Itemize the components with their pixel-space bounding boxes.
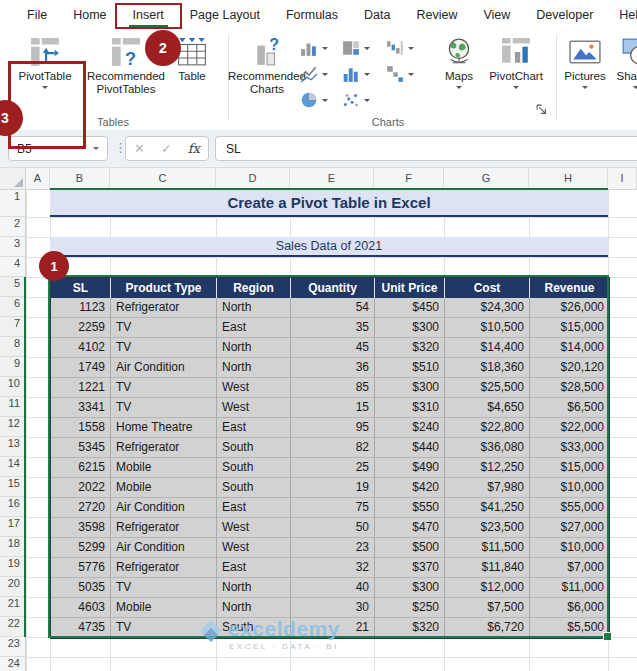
tab-developer[interactable]: Developer bbox=[523, 0, 606, 30]
row-header-16[interactable]: 16 bbox=[0, 497, 25, 517]
cancel-icon[interactable]: ✕ bbox=[134, 141, 145, 156]
row-header-9[interactable]: 9 bbox=[0, 357, 25, 377]
insert-function-button[interactable]: fx bbox=[188, 141, 200, 156]
table-row[interactable]: 5035TVNorth40$300$12,000$11,000 bbox=[51, 578, 609, 598]
column-header-a[interactable]: A bbox=[26, 168, 50, 189]
table-row[interactable]: 1221TVWest85$300$25,500$28,500 bbox=[51, 378, 609, 398]
tab-view[interactable]: View bbox=[470, 0, 523, 30]
cell: $12,000 bbox=[445, 578, 530, 598]
watermark-tagline: EXCEL · DATA · BI bbox=[228, 642, 340, 651]
pivotchart-button[interactable]: PivotChart bbox=[484, 32, 548, 89]
cell: Refrigerator bbox=[111, 438, 217, 458]
row-header-12[interactable]: 12 bbox=[0, 417, 25, 437]
tab-formulas[interactable]: Formulas bbox=[273, 0, 351, 30]
maps-button[interactable]: Maps bbox=[436, 32, 482, 89]
cell: $320 bbox=[375, 618, 445, 638]
row-header-22[interactable]: 22 bbox=[0, 617, 25, 637]
table-row[interactable]: 2720Air ConditionEast75$550$41,250$55,00… bbox=[51, 498, 609, 518]
name-box[interactable]: B5 bbox=[8, 136, 108, 161]
row-header-14[interactable]: 14 bbox=[0, 457, 25, 477]
recommended-charts-button[interactable]: ? Recommended Charts bbox=[234, 32, 300, 96]
row-header-18[interactable]: 18 bbox=[0, 537, 25, 557]
row-header-1[interactable]: 1 bbox=[0, 190, 25, 217]
column-header-e[interactable]: E bbox=[290, 168, 374, 189]
row-header-5[interactable]: 5 bbox=[0, 277, 25, 297]
table-row[interactable]: 5345RefrigeratorSouth82$440$36,080$33,00… bbox=[51, 438, 609, 458]
pictures-button[interactable]: Pictures bbox=[560, 32, 610, 89]
table-row[interactable]: 5299Air ConditionWest23$500$11,500$10,00… bbox=[51, 538, 609, 558]
row-header-8[interactable]: 8 bbox=[0, 337, 25, 357]
column-header-g[interactable]: G bbox=[444, 168, 529, 189]
column-header-b[interactable]: B bbox=[50, 168, 110, 189]
formula-input[interactable]: SL bbox=[215, 136, 637, 161]
column-header-d[interactable]: D bbox=[216, 168, 290, 189]
table-row[interactable]: 3598RefrigeratorWest50$470$23,500$27,000 bbox=[51, 518, 609, 538]
cell: 1221 bbox=[51, 378, 111, 398]
table-row[interactable]: 4102TVNorth45$320$14,400$14,000 bbox=[51, 338, 609, 358]
excel-window: FileHomeInsertPage LayoutFormulasDataRev… bbox=[0, 0, 637, 671]
column-header-row: ABCDEFGHI bbox=[0, 168, 637, 190]
cell: $14,000 bbox=[530, 338, 609, 358]
charts-dialog-launcher[interactable] bbox=[534, 102, 548, 116]
table-row[interactable]: 3341TVWest15$310$4,650$6,500 bbox=[51, 398, 609, 418]
tab-help[interactable]: Help bbox=[606, 0, 637, 30]
cell: $25,500 bbox=[445, 378, 530, 398]
insert-line-chart-button[interactable] bbox=[300, 63, 328, 85]
sheet-grid[interactable]: 123456789101112131415161718192021222324 … bbox=[0, 190, 637, 671]
select-all-corner[interactable] bbox=[0, 168, 26, 189]
cell: $7,980 bbox=[445, 478, 530, 498]
enter-icon[interactable]: ✓ bbox=[161, 141, 172, 156]
tab-data[interactable]: Data bbox=[351, 0, 403, 30]
shapes-button[interactable]: Shapes bbox=[612, 32, 637, 89]
sales-data-table[interactable]: SLProduct TypeRegionQuantityUnit PriceCo… bbox=[50, 277, 610, 639]
insert-column-chart-button[interactable] bbox=[300, 37, 328, 59]
table-row[interactable]: 2022MobileSouth19$420$7,980$10,000 bbox=[51, 478, 609, 498]
row-header-2[interactable]: 2 bbox=[0, 217, 25, 237]
pivottable-button[interactable]: PivotTable bbox=[12, 32, 78, 89]
cell: $11,840 bbox=[445, 558, 530, 578]
row-header-17[interactable]: 17 bbox=[0, 517, 25, 537]
row-header-11[interactable]: 11 bbox=[0, 397, 25, 417]
column-header-h[interactable]: H bbox=[529, 168, 608, 189]
insert-combo-chart-button[interactable] bbox=[386, 63, 414, 85]
cell: $300 bbox=[375, 578, 445, 598]
row-header-24[interactable]: 24 bbox=[0, 657, 25, 671]
row-header-7[interactable]: 7 bbox=[0, 317, 25, 337]
table-row[interactable]: 6215MobileSouth25$490$12,250$15,000 bbox=[51, 458, 609, 478]
tab-home[interactable]: Home bbox=[60, 0, 119, 30]
tab-insert[interactable]: Insert bbox=[120, 0, 177, 30]
row-header-6[interactable]: 6 bbox=[0, 297, 25, 317]
chevron-down-icon bbox=[456, 86, 462, 89]
row-header-4[interactable]: 4 bbox=[0, 257, 25, 277]
cell: $250 bbox=[375, 598, 445, 618]
cell: North bbox=[217, 338, 291, 358]
cell: 1558 bbox=[51, 418, 111, 438]
row-header-13[interactable]: 13 bbox=[0, 437, 25, 457]
table-row[interactable]: 1123RefrigeratorNorth54$450$24,300$26,00… bbox=[51, 298, 609, 318]
cell: 32 bbox=[291, 558, 375, 578]
tab-file[interactable]: File bbox=[14, 0, 60, 30]
insert-statistic-chart-button[interactable] bbox=[342, 63, 370, 85]
insert-waterfall-chart-button[interactable] bbox=[386, 37, 414, 59]
row-header-15[interactable]: 15 bbox=[0, 477, 25, 497]
row-header-21[interactable]: 21 bbox=[0, 597, 25, 617]
table-row[interactable]: 1558Home TheatreEast95$240$22,800$22,000 bbox=[51, 418, 609, 438]
table-row[interactable]: 2259TVEast35$300$10,500$15,000 bbox=[51, 318, 609, 338]
row-header-10[interactable]: 10 bbox=[0, 377, 25, 397]
table-row[interactable]: 1749Air ConditionNorth36$510$18,360$20,1… bbox=[51, 358, 609, 378]
row-header-23[interactable]: 23 bbox=[0, 637, 25, 657]
column-header-c[interactable]: C bbox=[110, 168, 216, 189]
row-header-20[interactable]: 20 bbox=[0, 577, 25, 597]
row-header-19[interactable]: 19 bbox=[0, 557, 25, 577]
row-header-3[interactable]: 3 bbox=[0, 237, 25, 257]
column-header-f[interactable]: F bbox=[374, 168, 444, 189]
table-row[interactable]: 5776RefrigeratorEast32$370$11,840$7,000 bbox=[51, 558, 609, 578]
table-row[interactable]: 4603MobileNorth30$250$7,500$6,000 bbox=[51, 598, 609, 618]
tab-review[interactable]: Review bbox=[403, 0, 470, 30]
tab-page-layout[interactable]: Page Layout bbox=[177, 0, 273, 30]
insert-pie-chart-button[interactable] bbox=[300, 89, 328, 111]
cell: 50 bbox=[291, 518, 375, 538]
column-header-i[interactable]: I bbox=[608, 168, 637, 189]
insert-scatter-chart-button[interactable] bbox=[342, 89, 370, 111]
insert-hierarchy-chart-button[interactable] bbox=[342, 37, 370, 59]
